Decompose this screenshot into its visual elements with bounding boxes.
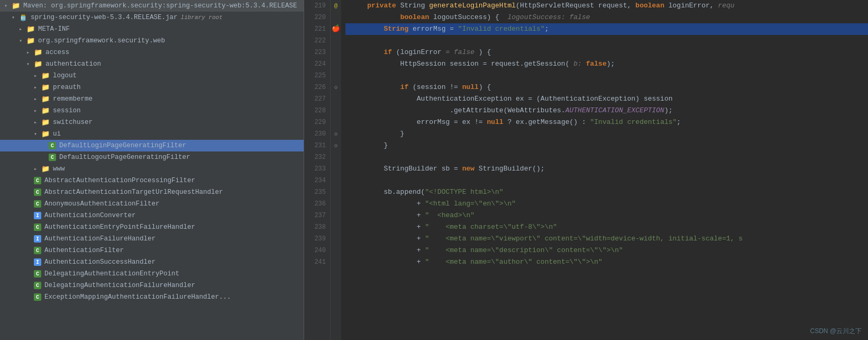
file-tree: 📁Maven: org.springframework.security:spr… bbox=[0, 0, 304, 340]
code-text: String errorMsg = "Invalid credentials"; bbox=[345, 23, 549, 35]
code-text: sb.append("<!DOCTYPE html>\n" bbox=[345, 186, 504, 198]
class-icon: C bbox=[34, 189, 41, 196]
folder-icon: 📁 bbox=[41, 130, 50, 138]
tree-item-AuthenticationFilter[interactable]: CAuthenticationFilter bbox=[0, 245, 304, 256]
tree-item-AbstractAuthenticationTargetUrlRequestHandler[interactable]: CAbstractAuthenticationTargetUrlRequestH… bbox=[0, 186, 304, 198]
class-icon: C bbox=[49, 154, 56, 161]
gutter-marker bbox=[331, 151, 341, 163]
code-area: 2192202212222232242252262272282292302312… bbox=[304, 0, 868, 340]
line-number: 227 bbox=[304, 93, 330, 105]
tree-item-rememberme[interactable]: 📁rememberme bbox=[0, 93, 304, 105]
tree-item-org-pkg[interactable]: 📁org.springframework.security.web bbox=[0, 35, 304, 47]
folder-icon: 📁 bbox=[34, 48, 42, 57]
gutter-marker bbox=[331, 210, 341, 221]
tree-item-DefaultLogoutPageGeneratingFilter[interactable]: CDefaultLogoutPageGeneratingFilter bbox=[0, 151, 304, 163]
gutter-marker: 🍎 bbox=[331, 23, 341, 35]
interface-icon: I bbox=[34, 235, 41, 243]
code-editor: 2192202212222232242252262272282292302312… bbox=[304, 0, 868, 340]
tree-item-DefaultLoginPageGeneratingFilter[interactable]: CDefaultLoginPageGeneratingFilter bbox=[0, 140, 304, 151]
tree-item-label: session bbox=[53, 107, 81, 114]
tree-item-preauth[interactable]: 📁preauth bbox=[0, 82, 304, 93]
folder-icon: 📁 bbox=[41, 165, 50, 173]
tree-item-session[interactable]: 📁session bbox=[0, 105, 304, 117]
code-line: if (session != null) { bbox=[345, 82, 868, 93]
tree-item-AuthenticationEntryPointFailureHandler[interactable]: CAuthenticationEntryPointFailureHandler bbox=[0, 221, 304, 233]
folder-icon: 📁 bbox=[26, 37, 35, 45]
folder-icon: 📁 bbox=[41, 118, 50, 127]
code-text: .getAttribute(WebAttributes.AUTHENTICATI… bbox=[345, 105, 673, 117]
code-line bbox=[345, 70, 868, 82]
line-number: 234 bbox=[304, 175, 330, 186]
tree-item-maven-root[interactable]: 📁Maven: org.springframework.security:spr… bbox=[0, 0, 304, 12]
tree-item-DelegatingAuthenticationFailureHandler[interactable]: CDelegatingAuthenticationFailureHandler bbox=[0, 280, 304, 291]
code-text: } bbox=[345, 128, 404, 140]
folder-icon: 📁 bbox=[41, 83, 50, 92]
tree-item-label: META-INF bbox=[38, 25, 70, 33]
code-content: private String generateLoginPageHtml(Htt… bbox=[341, 0, 868, 340]
code-text bbox=[345, 151, 351, 163]
tree-item-AuthenticationFailureHandler[interactable]: IAuthenticationFailureHandler bbox=[0, 233, 304, 245]
tree-item-meta-inf[interactable]: 📁META-INF bbox=[0, 23, 304, 35]
interface-icon: I bbox=[34, 212, 41, 219]
code-text: + " <meta name=\"description\" content=\… bbox=[345, 245, 623, 256]
line-number: 223 bbox=[304, 47, 330, 58]
code-line bbox=[345, 151, 868, 163]
tree-item-AuthenticationConverter[interactable]: IAuthenticationConverter bbox=[0, 210, 304, 221]
tree-item-logout[interactable]: 📁logout bbox=[0, 70, 304, 82]
code-text: + " <meta name=\"author\" content=\"\">\… bbox=[345, 256, 602, 268]
tree-item-authentication[interactable]: 📁authentication bbox=[0, 58, 304, 70]
gutter: @🍎◇◇◇ bbox=[331, 0, 341, 340]
tree-item-label: www bbox=[53, 165, 65, 173]
tree-arrow bbox=[34, 119, 41, 126]
tree-item-AnonymousAuthenticationFilter[interactable]: CAnonymousAuthenticationFilter bbox=[0, 198, 304, 210]
line-number: 228 bbox=[304, 105, 330, 117]
tree-item-label: rememberme bbox=[53, 95, 93, 103]
class-icon: C bbox=[34, 293, 41, 301]
folder-icon: 📁 bbox=[41, 71, 50, 80]
line-number: 236 bbox=[304, 198, 330, 210]
code-line: + " <meta name=\"viewport\" content=\"wi… bbox=[345, 233, 868, 245]
gutter-marker: ◇ bbox=[331, 82, 341, 93]
tree-item-access[interactable]: 📁access bbox=[0, 47, 304, 58]
line-number: 219 bbox=[304, 0, 330, 12]
code-line: errorMsg = ex != null ? ex.getMessage() … bbox=[345, 117, 868, 128]
line-number: 221 bbox=[304, 23, 330, 35]
tree-item-label: spring-security-web-5.3.4.RELEASE.jar bbox=[31, 14, 178, 21]
tree-item-label: ui bbox=[53, 130, 61, 138]
line-number: 240 bbox=[304, 245, 330, 256]
code-line: + " <meta charset=\"utf-8\">\n" bbox=[345, 221, 868, 233]
tree-item-label: DefaultLogoutPageGeneratingFilter bbox=[59, 154, 190, 161]
gutter-marker bbox=[331, 221, 341, 233]
tree-item-label: AuthenticationSuccessHandler bbox=[44, 258, 156, 266]
tree-item-DelegatingAuthenticationEntryPoint[interactable]: CDelegatingAuthenticationEntryPoint bbox=[0, 268, 304, 280]
tree-arrow bbox=[19, 26, 26, 32]
gutter-marker bbox=[331, 58, 341, 70]
tree-item-switchuser[interactable]: 📁switchuser bbox=[0, 117, 304, 128]
tree-arrow bbox=[34, 84, 41, 91]
code-text: StringBuilder sb = new StringBuilder(); bbox=[345, 163, 545, 175]
gutter-marker bbox=[331, 163, 341, 175]
jar-icon: 🫙 bbox=[19, 13, 28, 22]
tree-arrow bbox=[26, 61, 34, 67]
line-number: 232 bbox=[304, 151, 330, 163]
tree-item-label: org.springframework.security.web bbox=[38, 37, 165, 44]
class-icon: C bbox=[34, 270, 41, 278]
tree-item-jar-root[interactable]: 🫙spring-security-web-5.3.4.RELEASE.jarli… bbox=[0, 12, 304, 23]
tree-item-extra: library root bbox=[181, 14, 223, 21]
folder-icon: 📁 bbox=[41, 95, 50, 103]
gutter-marker: ◇ bbox=[331, 128, 341, 140]
code-line: HttpSession session = request.getSession… bbox=[345, 58, 868, 70]
code-line bbox=[345, 175, 868, 186]
tree-item-AuthenticationSuccessHandler[interactable]: IAuthenticationSuccessHandler bbox=[0, 256, 304, 268]
tree-item-AbstractAuthenticationProcessingFilter[interactable]: CAbstractAuthenticationProcessingFilter bbox=[0, 175, 304, 186]
tree-item-label: access bbox=[45, 49, 69, 56]
gutter-marker bbox=[331, 93, 341, 105]
tree-item-label: AuthenticationFailureHandler bbox=[44, 235, 156, 243]
tree-item-ExceptionMappingAuthenticationFailureHandler[interactable]: CExceptionMappingAuthenticationFailureHa… bbox=[0, 291, 304, 303]
tree-item-www[interactable]: 📁www bbox=[0, 163, 304, 175]
gutter-marker bbox=[331, 47, 341, 58]
line-number: 235 bbox=[304, 186, 330, 198]
code-text: AuthenticationException ex = (Authentica… bbox=[345, 93, 673, 105]
tree-item-label: preauth bbox=[53, 84, 81, 91]
tree-item-ui[interactable]: 📁ui bbox=[0, 128, 304, 140]
